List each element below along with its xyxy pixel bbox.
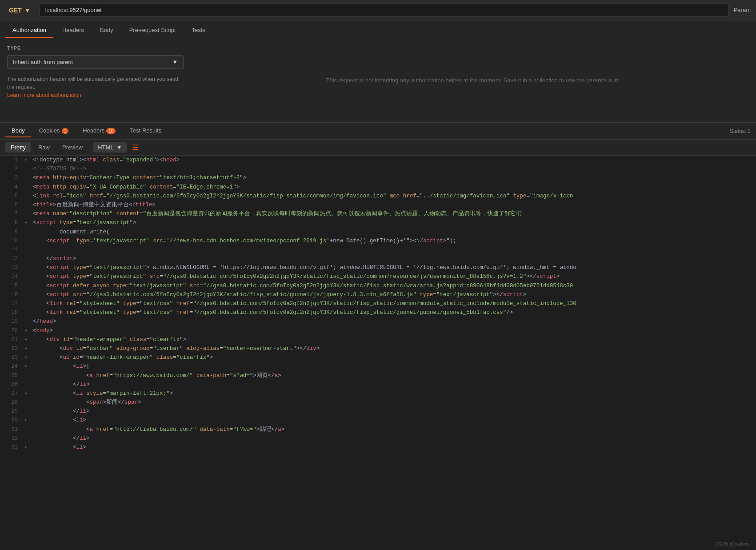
line-content: <script type="text/javascript"> xyxy=(33,218,756,227)
line-number: 4 xyxy=(4,183,18,192)
line-content: </head> xyxy=(33,317,756,326)
line-expand-icon xyxy=(25,407,31,408)
tab-authorization[interactable]: Authorization xyxy=(5,23,53,38)
code-area[interactable]: 1▸<!doctype html><html class="expanded">… xyxy=(0,156,756,452)
line-expand-icon[interactable]: ▸ xyxy=(25,362,31,370)
resp-tab-body[interactable]: Body xyxy=(5,124,31,137)
tab-pre-request[interactable]: Pre-request Script xyxy=(122,23,183,38)
line-expand-icon[interactable]: ▸ xyxy=(25,156,31,164)
code-controls: Pretty Raw Preview HTML ▼ ☰ xyxy=(0,140,756,156)
auth-description: The authorization header will be automat… xyxy=(7,75,184,99)
top-bar: GET ▼ Param xyxy=(0,0,756,20)
code-line: 19 </head> xyxy=(0,317,756,326)
line-number: 8 xyxy=(4,218,18,227)
line-content: <a href="http://tieba.baidu.com/" data-p… xyxy=(33,425,756,434)
line-expand-icon[interactable]: ▸ xyxy=(25,335,31,343)
line-expand-icon[interactable]: ▸ xyxy=(25,416,31,424)
code-tab-pretty[interactable]: Pretty xyxy=(5,142,31,153)
url-input[interactable] xyxy=(40,4,728,16)
line-number: 25 xyxy=(4,371,18,380)
status-label: Status: 2 xyxy=(730,128,751,134)
code-line: 14 <script type="text/javascript" src="/… xyxy=(0,272,756,281)
line-expand-icon[interactable]: ▸ xyxy=(25,344,31,352)
resp-tab-headers[interactable]: Headers10 xyxy=(76,124,122,137)
method-chevron: ▼ xyxy=(24,7,31,14)
line-expand-icon xyxy=(25,281,31,282)
resp-tab-cookies[interactable]: Cookies1 xyxy=(33,124,75,137)
tab-tests[interactable]: Tests xyxy=(184,23,212,38)
line-content: <meta name="description" content="百度新闻是包… xyxy=(33,209,756,218)
line-content: <li style="margin-left:21px;"> xyxy=(33,389,756,398)
code-line: 27▸ <li style="margin-left:21px;"> xyxy=(0,389,756,398)
line-number: 30 xyxy=(4,416,18,425)
line-content: <link rel="icon" href="//gss0.bdstatic.c… xyxy=(33,192,756,201)
line-expand-icon xyxy=(25,272,31,273)
line-content: <div id="header-wrapper" class="clearfix… xyxy=(33,335,756,344)
param-label: Param xyxy=(734,7,751,13)
code-tab-raw[interactable]: Raw xyxy=(33,142,55,153)
format-selector[interactable]: HTML ▼ xyxy=(93,142,126,153)
line-number: 18 xyxy=(4,308,18,317)
wrap-icon[interactable]: ☰ xyxy=(132,143,138,152)
line-content: </li> xyxy=(33,407,756,416)
line-expand-icon[interactable]: ▸ xyxy=(25,218,31,226)
line-expand-icon[interactable]: ▸ xyxy=(25,326,31,334)
line-number: 31 xyxy=(4,425,18,434)
auth-learn-more-link[interactable]: Learn more about authorization xyxy=(7,92,81,98)
tab-headers[interactable]: Headers xyxy=(55,23,91,38)
line-expand-icon xyxy=(25,317,31,318)
resp-tab-test-results[interactable]: Test Results xyxy=(124,124,168,137)
watermark: CSDN @caibixyj xyxy=(715,541,751,546)
line-content: </li> xyxy=(33,434,756,443)
line-number: 14 xyxy=(4,272,18,281)
line-content: <body> xyxy=(33,326,756,335)
cookies-badge: 1 xyxy=(62,128,69,134)
line-content: <li>| xyxy=(33,362,756,371)
method-selector[interactable]: GET ▼ xyxy=(5,5,34,16)
code-line: 18 <link rel="stylesheet" type="text/css… xyxy=(0,308,756,317)
tab-body[interactable]: Body xyxy=(93,23,120,38)
line-number: 32 xyxy=(4,434,18,443)
line-number: 21 xyxy=(4,335,18,344)
line-number: 6 xyxy=(4,201,18,209)
line-expand-icon xyxy=(25,228,31,229)
code-line: 8▸<script type="text/javascript"> xyxy=(0,218,756,227)
line-expand-icon xyxy=(25,201,31,201)
line-expand-icon[interactable]: ▸ xyxy=(25,353,31,361)
line-expand-icon xyxy=(25,165,31,165)
line-number: 17 xyxy=(4,299,18,308)
line-number: 23 xyxy=(4,353,18,362)
line-expand-icon xyxy=(25,371,31,372)
line-number: 3 xyxy=(4,173,18,182)
line-expand-icon xyxy=(25,237,31,237)
line-number: 20 xyxy=(4,326,18,335)
auth-desc-text: The authorization header will be automat… xyxy=(7,76,178,90)
code-line: 9 document.write( xyxy=(0,228,756,237)
code-line: 26 </li> xyxy=(0,380,756,389)
line-expand-icon xyxy=(25,299,31,300)
line-expand-icon xyxy=(25,192,31,193)
line-expand-icon xyxy=(25,434,31,435)
code-line: 11 xyxy=(0,245,756,254)
format-chevron: ▼ xyxy=(116,144,122,151)
line-content: <div id="usrbar" alog-group="userbar" al… xyxy=(33,344,756,353)
line-content: <link rel="stylesheet" type="text/css" h… xyxy=(33,299,756,308)
line-expand-icon xyxy=(25,380,31,381)
line-content: <a href="https://www.baidu.com/" data-pa… xyxy=(33,371,756,380)
auth-info-text: This request is not inheriting any autho… xyxy=(326,77,621,84)
line-number: 9 xyxy=(4,228,18,237)
line-content: </li> xyxy=(33,380,756,389)
line-content: <script src="//gss0.bdstatic.com/5foIcy0… xyxy=(33,290,756,299)
code-tab-preview[interactable]: Preview xyxy=(57,142,88,153)
auth-type-dropdown[interactable]: Inherit auth from parent ▼ xyxy=(7,55,184,69)
line-content: <script type="text/javascript" src="//gs… xyxy=(33,272,756,281)
code-line: 1▸<!doctype html><html class="expanded">… xyxy=(0,156,756,165)
line-number: 24 xyxy=(4,362,18,371)
response-section: Body Cookies1 Headers10 Test Results Sta… xyxy=(0,123,756,452)
line-expand-icon[interactable]: ▸ xyxy=(25,443,31,451)
line-number: 13 xyxy=(4,263,18,272)
line-expand-icon xyxy=(25,254,31,255)
code-line: 6 <title>百度新闻—海量中文资讯平台</title> xyxy=(0,201,756,209)
code-line: 22▸ <div id="usrbar" alog-group="userbar… xyxy=(0,344,756,353)
line-expand-icon[interactable]: ▸ xyxy=(25,389,31,397)
